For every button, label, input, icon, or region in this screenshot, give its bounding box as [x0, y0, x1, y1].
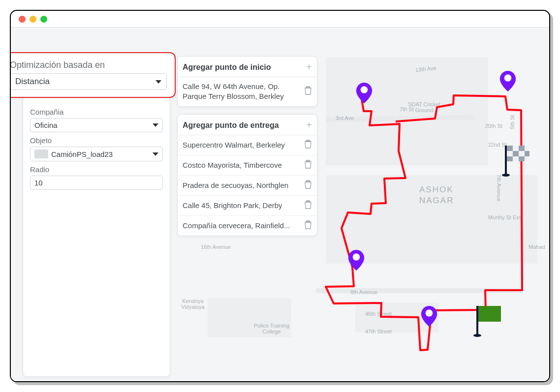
- address-text: Calle 94, W 64th Avenue, Op. Parque Terr…: [183, 82, 304, 102]
- svg-rect-7: [505, 146, 507, 175]
- svg-rect-14: [519, 156, 525, 161]
- delete-icon[interactable]: [304, 140, 312, 151]
- delete-icon[interactable]: [304, 220, 312, 231]
- road-7th-ave: 7th Avenue: [496, 175, 502, 202]
- address-row[interactable]: Pradera de secuoyas, Northglen: [178, 176, 317, 196]
- road-murthy: Murthy St Ext: [488, 214, 521, 220]
- svg-point-1: [504, 74, 512, 82]
- marker-stop-3[interactable]: [346, 250, 367, 272]
- road-3rd-ave: 3rd Ave: [336, 115, 354, 121]
- radio-input[interactable]: 10: [30, 176, 163, 190]
- address-row[interactable]: Calle 45, Brighton Park, Derby: [178, 196, 317, 216]
- delete-icon[interactable]: [304, 86, 312, 97]
- close-dot[interactable]: [19, 16, 26, 23]
- chevron-down-icon: [153, 123, 158, 127]
- address-text: Costco Mayorista, Timbercove: [183, 160, 304, 170]
- app-body: 3rd Ave 7th St 20th St 22nd St 5th St 7t…: [11, 28, 549, 381]
- marker-stop-1[interactable]: [354, 83, 374, 105]
- road-16th-ave: 16th Avenue: [201, 244, 231, 250]
- start-point-panel: Agregar punto de inicio + Calle 94, W 64…: [177, 56, 317, 107]
- delete-icon[interactable]: [304, 160, 312, 171]
- poi-sdat: SDAT Cricket Ground: [404, 101, 444, 113]
- address-text: Supercentro Walmart, Berkeley: [183, 140, 304, 150]
- address-row[interactable]: Calle 94, W 64th Avenue, Op. Parque Terr…: [178, 77, 317, 106]
- start-point-title: Agregar punto de inicio: [183, 63, 271, 72]
- svg-point-3: [426, 309, 433, 317]
- optimization-select[interactable]: Distancia: [10, 73, 167, 90]
- road-47th: 47th Street: [365, 329, 392, 334]
- road-5th-st: 5th St: [509, 115, 515, 129]
- svg-rect-9: [507, 146, 513, 151]
- chevron-down-icon: [156, 80, 161, 84]
- radio-input-value: 10: [34, 179, 43, 187]
- area-label-1: ASHOK: [419, 185, 454, 195]
- radio-label: Radio: [30, 165, 163, 174]
- address-row[interactable]: Costco Mayorista, Timbercove: [178, 155, 317, 176]
- optimization-panel: Optimización basada en Distancia: [10, 52, 176, 98]
- address-text: Calle 45, Brighton Park, Derby: [183, 201, 304, 211]
- start-flag-icon: [473, 304, 503, 340]
- svg-point-15: [502, 174, 510, 177]
- maximize-dot[interactable]: [40, 16, 47, 23]
- svg-rect-11: [513, 151, 519, 156]
- object-select[interactable]: CamiónPS_load23: [30, 147, 163, 161]
- poi-police: Police Training College: [247, 323, 296, 334]
- poi-kendriya: Kendriya Vidyalaya: [173, 298, 213, 310]
- titlebar: [11, 11, 549, 28]
- delete-icon[interactable]: [304, 200, 312, 211]
- svg-rect-13: [507, 156, 513, 161]
- marker-stop-4[interactable]: [419, 306, 439, 329]
- svg-rect-4: [476, 306, 478, 335]
- minimize-dot[interactable]: [30, 16, 36, 23]
- svg-rect-10: [519, 146, 525, 151]
- settings-panel: Compañia Oficina Objeto CamiónPS_load23 …: [23, 96, 170, 377]
- company-select[interactable]: Oficina: [30, 118, 163, 132]
- road-20th-st: 20th St: [485, 123, 502, 129]
- object-swatch: [34, 150, 48, 158]
- add-delivery-point-button[interactable]: +: [306, 120, 312, 131]
- svg-rect-12: [525, 151, 529, 156]
- delete-icon[interactable]: [304, 180, 312, 191]
- svg-point-2: [353, 253, 360, 261]
- area-label-2: NAGAR: [419, 196, 454, 206]
- company-select-value: Oficina: [34, 121, 58, 129]
- delivery-points-title: Agregar punto de entrega: [183, 121, 279, 130]
- svg-point-6: [473, 334, 481, 337]
- object-label: Objeto: [30, 136, 163, 145]
- address-row[interactable]: Compañía cervecera, Rainfield...: [178, 216, 317, 236]
- optimization-label: Optimización basada en: [10, 60, 167, 70]
- optimization-select-value: Distancia: [15, 77, 50, 87]
- address-text: Pradera de secuoyas, Northglen: [183, 181, 304, 190]
- road-mahad: Mahad: [529, 244, 545, 250]
- object-select-value: CamiónPS_load23: [51, 150, 113, 158]
- svg-rect-5: [478, 306, 501, 322]
- add-start-point-button[interactable]: +: [306, 61, 312, 73]
- road-46th: 46th Street: [365, 311, 392, 317]
- address-row[interactable]: Supercentro Walmart, Berkeley: [178, 135, 317, 155]
- app-window: 3rd Ave 7th St 20th St 22nd St 5th St 7t…: [10, 10, 550, 382]
- address-text: Compañía cervecera, Rainfield...: [183, 221, 304, 231]
- road-8th-ave: 8th Avenue: [350, 289, 377, 295]
- chevron-down-icon: [153, 152, 158, 156]
- finish-flag-icon: [502, 144, 531, 180]
- marker-stop-2[interactable]: [498, 71, 518, 93]
- company-label: Compañia: [30, 108, 163, 116]
- svg-point-0: [361, 86, 368, 93]
- delivery-points-panel: Agregar punto de entrega + Supercentro W…: [177, 114, 317, 236]
